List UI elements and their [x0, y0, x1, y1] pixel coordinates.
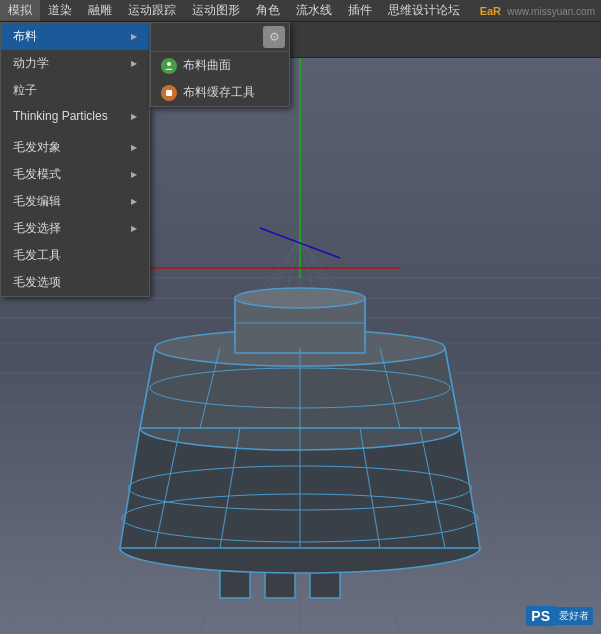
hair-select-label: 毛发选择 — [13, 220, 61, 237]
menu-plugin[interactable]: 插件 — [340, 0, 380, 21]
particle-label: 粒子 — [13, 82, 37, 99]
ps-logo: PS — [526, 606, 555, 626]
cloth-cache-icon — [161, 85, 177, 101]
menu-particle[interactable]: 粒子 — [1, 77, 149, 104]
secondary-cloth-cache[interactable]: 布料缓存工具 — [151, 79, 289, 106]
hair-mode-arrow: ▶ — [131, 170, 137, 179]
svg-point-36 — [235, 288, 365, 308]
hair-obj-label: 毛发对象 — [13, 139, 61, 156]
secondary-gear-btn[interactable]: ⚙ — [263, 26, 285, 48]
menu-cloth[interactable]: 布料 ▶ — [1, 23, 149, 50]
menu-dynamics[interactable]: 动力学 ▶ — [1, 50, 149, 77]
hair-select-arrow: ▶ — [131, 224, 137, 233]
hair-options-label: 毛发选项 — [13, 274, 61, 291]
cache-icon — [164, 88, 174, 98]
ps-lover-text: 爱好者 — [555, 607, 593, 625]
tp-arrow: ▶ — [131, 112, 137, 121]
top-menubar: 模拟 道染 融雕 运动跟踪 运动图形 角色 流水线 插件 思维设计论坛 EaR … — [0, 0, 601, 22]
cloth-surface-label: 布料曲面 — [183, 57, 231, 74]
logo-area: EaR www.missyuan.com — [474, 0, 601, 22]
secondary-menu: ⚙ 布料曲面 布料缓存工具 — [150, 22, 290, 107]
hair-mode-label: 毛发模式 — [13, 166, 61, 183]
cloth-arrow: ▶ — [131, 32, 137, 41]
logo-left: EaR — [480, 5, 501, 17]
cloth-cache-label: 布料缓存工具 — [183, 84, 255, 101]
menu-motiontrace[interactable]: 运动跟踪 — [120, 0, 184, 21]
secondary-gear-row: ⚙ — [151, 23, 289, 52]
dynamics-label: 动力学 — [13, 55, 49, 72]
menu-hair-tool[interactable]: 毛发工具 — [1, 242, 149, 269]
menu-sculpt[interactable]: 融雕 — [80, 0, 120, 21]
menu-render[interactable]: 道染 — [40, 0, 80, 21]
hair-tool-label: 毛发工具 — [13, 247, 61, 264]
menu-simulate[interactable]: 模拟 — [0, 0, 40, 21]
person-icon — [164, 61, 174, 71]
hair-edit-arrow: ▶ — [131, 197, 137, 206]
menu-hair-select[interactable]: 毛发选择 ▶ — [1, 215, 149, 242]
hair-obj-arrow: ▶ — [131, 143, 137, 152]
cloth-label: 布料 — [13, 28, 37, 45]
secondary-cloth-surface[interactable]: 布料曲面 — [151, 52, 289, 79]
menu-hair-options[interactable]: 毛发选项 — [1, 269, 149, 296]
primary-menu: 布料 ▶ 动力学 ▶ 粒子 Thinking Particles ▶ 毛发对象 … — [0, 22, 150, 297]
thinking-particles-label: Thinking Particles — [13, 109, 108, 123]
cloth-surface-icon — [161, 58, 177, 74]
menu-hair-obj[interactable]: 毛发对象 ▶ — [1, 134, 149, 161]
svg-rect-54 — [166, 90, 172, 96]
menu-thinking-particles[interactable]: Thinking Particles ▶ — [1, 104, 149, 128]
menu-hair-edit[interactable]: 毛发编辑 ▶ — [1, 188, 149, 215]
menu-pipeline[interactable]: 流水线 — [288, 0, 340, 21]
menu-forum[interactable]: 思维设计论坛 — [380, 0, 468, 21]
ps-watermark: PS 爱好者 — [526, 606, 593, 626]
menu-motiongraph[interactable]: 运动图形 — [184, 0, 248, 21]
menu-hair-mode[interactable]: 毛发模式 ▶ — [1, 161, 149, 188]
menu-character[interactable]: 角色 — [248, 0, 288, 21]
logo-right: www.missyuan.com — [507, 6, 595, 17]
dynamics-arrow: ▶ — [131, 59, 137, 68]
dropdown-overlay: 布料 ▶ 动力学 ▶ 粒子 Thinking Particles ▶ 毛发对象 … — [0, 22, 150, 297]
svg-point-53 — [167, 62, 171, 66]
hair-edit-label: 毛发编辑 — [13, 193, 61, 210]
